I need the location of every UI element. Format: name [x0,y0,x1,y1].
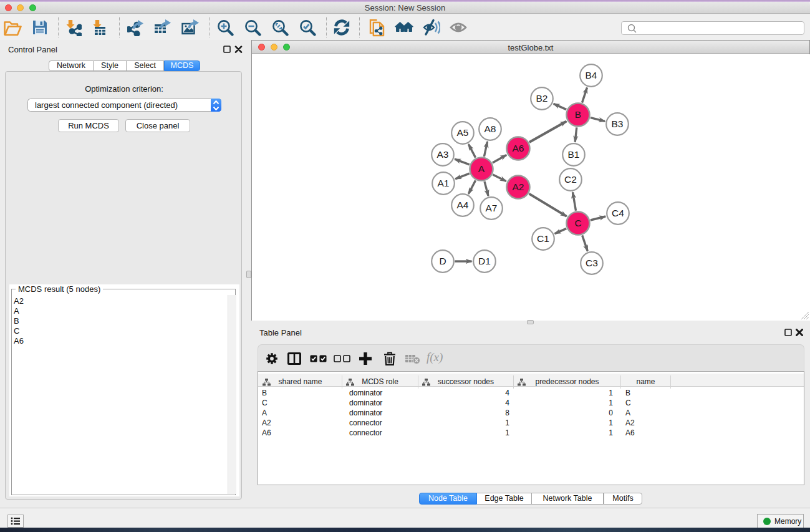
svg-text:A1: A1 [438,178,450,188]
svg-text:B3: B3 [612,118,624,129]
svg-text:B4: B4 [586,70,597,80]
svg-text:C2: C2 [564,174,577,185]
svg-text:A: A [478,163,485,174]
svg-text:A3: A3 [437,149,449,160]
svg-text:B1: B1 [568,149,580,160]
svg-text:A7: A7 [486,203,498,213]
svg-text:C1: C1 [537,233,549,244]
svg-text:B2: B2 [536,93,548,104]
svg-text:C: C [574,218,581,228]
svg-text:C3: C3 [586,258,598,268]
svg-text:A2: A2 [513,181,524,192]
svg-text:A6: A6 [513,143,524,153]
svg-text:C4: C4 [612,208,624,218]
svg-text:A8: A8 [485,123,496,134]
svg-text:A4: A4 [457,200,469,210]
svg-text:A5: A5 [457,127,469,138]
svg-text:B: B [575,109,581,120]
svg-text:D: D [439,256,446,266]
svg-text:D1: D1 [478,256,491,266]
